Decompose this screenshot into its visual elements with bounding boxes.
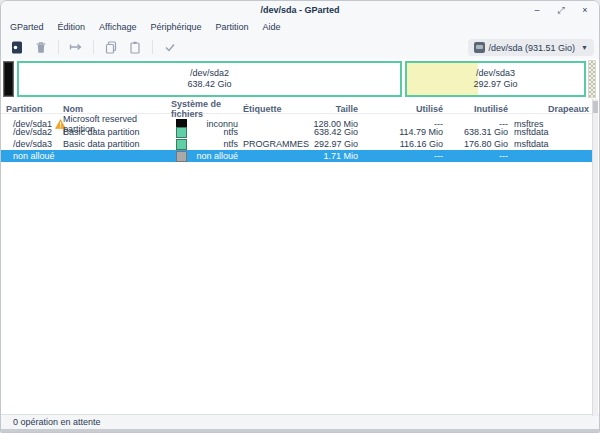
column-header-partition[interactable]: Partition [1,104,63,114]
toolbar-separator [152,40,153,54]
status-bar: 0 opération en attente [1,414,599,429]
partition-unused: 638.31 Gio [445,127,510,137]
partition-flags: msftdata [510,139,592,149]
column-header-utilise[interactable]: Utilisé [360,104,445,114]
disk-segment-sda3[interactable]: /dev/sda3 292.97 Gio [405,61,586,97]
partition-unused: 176.80 Gio [445,139,510,149]
chevron-down-icon: ▼ [581,44,588,51]
table-header: Partition Nom Système de fichiers Étique… [1,99,592,114]
partition-size: 638.42 Gio [307,127,360,137]
disk-segment-unallocated[interactable] [588,60,596,98]
partition-flags: msftdata [510,127,592,137]
paste-icon [128,40,142,55]
menu-aide[interactable]: Aide [256,19,288,35]
checkmark-icon [163,41,177,54]
close-icon[interactable]: × [579,1,591,19]
new-partition-button[interactable] [5,37,29,57]
filesystem-color-swatch [176,151,187,162]
apply-operations-button[interactable] [158,37,182,57]
delete-partition-button[interactable] [29,37,53,57]
toolbar-separator [58,40,59,54]
sda2-label: /dev/sda2 [190,68,229,79]
title-bar[interactable]: /dev/sda - GParted – ⤢ × [1,1,599,19]
toolbar-separator [93,40,94,54]
window-title: /dev/sda - GParted [260,5,339,15]
table-row-unallocated-selected[interactable]: non alloué non alloué 1.71 Mio --- --- [1,150,592,162]
disk-visual-bar: /dev/sda2 638.42 Gio /dev/sda3 292.97 Gi… [1,59,599,99]
column-header-nom[interactable]: Nom [63,104,171,114]
scrollbar-thumb[interactable] [593,101,598,113]
maximize-icon[interactable]: ⤢ [555,1,567,19]
column-header-taille[interactable]: Taille [307,104,360,114]
filesystem-name: non alloué [187,151,243,161]
device-selector[interactable]: /dev/sda (931.51 Gio) ▼ [468,39,595,56]
window-bottom-edge [1,429,599,432]
disk-segment-sda1[interactable] [3,61,14,97]
pending-operations-text: 0 opération en attente [13,417,101,427]
sda3-label: /dev/sda3 [476,68,515,79]
table-row-sda1[interactable]: /dev/sda1 Microsoft reserved partition i… [1,114,592,126]
filesystem-name: ntfs [187,139,243,149]
column-header-etiquette[interactable]: Étiquette [243,104,307,114]
paste-partition-button[interactable] [123,37,147,57]
partition-label-name: Basic data partition [63,127,171,137]
resize-move-button[interactable] [64,37,88,57]
sda3-used-fill [407,63,478,95]
minimize-icon[interactable]: – [531,1,543,19]
menu-partition[interactable]: Partition [208,19,255,35]
resize-arrow-icon [68,40,84,54]
toolbar: /dev/sda (931.51 Gio) ▼ [1,35,599,59]
column-header-inutilise[interactable]: Inutilisé [445,104,510,114]
trash-icon [34,40,48,55]
menu-gparted[interactable]: GParted [3,19,51,35]
menu-peripherique[interactable]: Périphérique [143,19,208,35]
partition-name: /dev/sda3 [13,139,52,149]
gparted-window: /dev/sda - GParted – ⤢ × GParted Édition… [0,0,600,433]
table-row-sda2[interactable]: /dev/sda2 Basic data partition ntfs 638.… [1,126,592,138]
partition-etiquette: PROGRAMMES [243,139,307,149]
column-header-drapeaux[interactable]: Drapeaux [510,104,592,114]
partition-table: Partition Nom Système de fichiers Étique… [1,99,592,162]
filesystem-color-swatch [176,139,187,150]
partition-label-name: Basic data partition [63,139,171,149]
menu-edition[interactable]: Édition [51,19,93,35]
partition-used: 116.16 Gio [360,139,445,149]
filesystem-name: ntfs [187,127,243,137]
partition-size: 1.71 Mio [307,151,360,161]
partition-unused: --- [445,151,510,161]
filesystem-color-swatch [176,127,187,138]
device-selector-label: /dev/sda (931.51 Gio) [489,43,576,53]
drive-icon [474,42,485,53]
sda2-size: 638.42 Gio [187,79,231,90]
partition-size: 292.97 Gio [307,139,360,149]
empty-area [1,162,599,414]
new-partition-icon [10,40,24,55]
partition-used: --- [360,151,445,161]
table-row-sda3[interactable]: /dev/sda3 Basic data partition ntfs PROG… [1,138,592,150]
disk-segment-sda2[interactable]: /dev/sda2 638.42 Gio [17,61,402,97]
partition-name: /dev/sda2 [13,127,52,137]
copy-partition-button[interactable] [99,37,123,57]
copy-icon [104,40,118,55]
menu-affichage[interactable]: Affichage [92,19,143,35]
vertical-scrollbar[interactable] [592,99,598,416]
partition-name: non alloué [13,151,55,161]
window-controls: – ⤢ × [531,1,591,19]
sda3-size: 292.97 Gio [473,79,517,90]
column-header-filesystem[interactable]: Système de fichiers [171,99,243,119]
partition-used: 114.79 Mio [360,127,445,137]
menu-bar: GParted Édition Affichage Périphérique P… [1,19,599,35]
